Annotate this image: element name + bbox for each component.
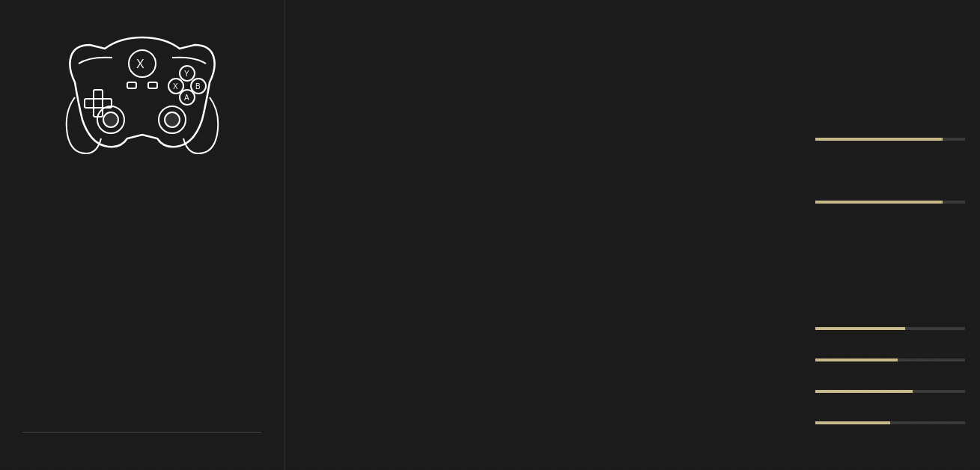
- section-label: Targeting: [596, 72, 669, 83]
- setting-row-third-person-controls[interactable]: Third Person Controls ❮ Alternate ❯: [287, 248, 977, 280]
- setting-row-aim-assist-foot[interactable]: Aim Assist Strength (On-Foot): [284, 123, 980, 155]
- svg-text:X: X: [173, 82, 178, 91]
- setting-label: Third Person Controls: [301, 258, 395, 270]
- bottom-action-restore-default[interactable]: RESTORE DEFAULT X: [648, 444, 764, 460]
- slider-bar[interactable]: [815, 327, 965, 330]
- slider-bar[interactable]: [815, 358, 965, 361]
- setting-row-aim-sensitivity[interactable]: Aim Sensitivity: [284, 344, 980, 376]
- right-arrow-icon[interactable]: ❯: [955, 258, 964, 271]
- setting-value: On: [953, 41, 965, 53]
- setting-row-invert-look[interactable]: Invert LookOff: [284, 0, 980, 31]
- setting-row-vibration[interactable]: VibrationOn: [284, 31, 980, 63]
- setting-label: Look Sensitivity: [299, 323, 370, 335]
- bottom-action-restore-all[interactable]: RESTORE ALL Y: [534, 444, 625, 460]
- setting-label: Vibration: [299, 41, 340, 53]
- action-label-restore-default: RESTORE DEFAULT: [648, 448, 743, 457]
- slider-bar[interactable]: [815, 138, 965, 141]
- setting-label: Aim Assist Strength (Mount/Vehicle): [299, 196, 457, 208]
- action-label-view-controls: VIEW CONTROLS: [787, 448, 872, 457]
- setting-row-lock-mount[interactable]: Lock-On Mode (Mount/Vehicle)Normal: [284, 155, 980, 186]
- svg-rect-17: [148, 82, 157, 88]
- divider-line: [22, 432, 261, 433]
- svg-text:A: A: [184, 94, 189, 102]
- setting-value: Normal: [935, 102, 965, 114]
- slider-fill: [815, 201, 943, 204]
- bottom-action-back[interactable]: BACK B: [916, 444, 965, 460]
- slider-fill: [815, 358, 898, 361]
- slider-fill: [815, 327, 905, 330]
- setting-label: Lock-On Mode (Mount/Vehicle): [299, 165, 437, 177]
- slider-fill: [815, 390, 913, 393]
- svg-rect-0: [94, 90, 103, 117]
- setting-label: Lock-On Mode (On-Foot): [299, 102, 410, 114]
- svg-text:X: X: [136, 58, 144, 70]
- setting-label: Aim/Look Dead Zone: [299, 417, 392, 429]
- setting-label: Aim/Look Acceleration: [299, 385, 400, 397]
- settings-list[interactable]: Invert LookOffVibrationOnTargetingLock-O…: [284, 0, 980, 433]
- setting-row-look-sensitivity[interactable]: Look Sensitivity: [284, 313, 980, 344]
- controller-illustration: X Y B A X: [30, 22, 255, 172]
- bottom-bar: RESTORE ALL Y RESTORE DEFAULT X VIEW CON…: [284, 433, 980, 470]
- section-header-section-third: Third Person: [284, 218, 980, 247]
- setting-label: Horse Control (Third Person): [299, 291, 424, 303]
- setting-label: Aim Assist Strength (On-Foot): [299, 133, 430, 145]
- button-restore-default[interactable]: X: [748, 444, 764, 460]
- setting-row-aim-look-dead[interactable]: Aim/Look Dead Zone: [284, 407, 980, 433]
- svg-point-3: [103, 112, 118, 127]
- right-panel: Invert LookOffVibrationOnTargetingLock-O…: [284, 0, 980, 470]
- setting-value: Normal: [935, 165, 965, 177]
- arrow-value-text: Alternate: [913, 258, 949, 270]
- section-header-section-targeting: Targeting: [284, 63, 980, 92]
- action-label-back: BACK: [916, 448, 944, 457]
- svg-rect-16: [127, 82, 136, 88]
- left-panel: X Y B A X: [0, 0, 284, 470]
- setting-label: Aim Sensitivity: [299, 354, 366, 366]
- button-view-controls[interactable]: A: [877, 444, 893, 460]
- button-restore-all[interactable]: Y: [609, 444, 625, 460]
- setting-row-horse-control[interactable]: Horse Control (Third Person)Camera Relat…: [284, 281, 980, 313]
- setting-row-aim-assist-mount[interactable]: Aim Assist Strength (Mount/Vehicle): [284, 186, 980, 218]
- slider-fill: [815, 138, 943, 141]
- svg-text:Y: Y: [184, 70, 189, 78]
- button-back[interactable]: B: [949, 444, 965, 460]
- slider-bar[interactable]: [815, 421, 965, 424]
- setting-value: Camera Relative: [900, 291, 965, 303]
- slider-fill: [815, 421, 890, 424]
- section-label: Third Person: [586, 227, 678, 238]
- slider-bar[interactable]: [815, 390, 965, 393]
- left-arrow-icon[interactable]: ❮: [898, 258, 907, 271]
- slider-bar[interactable]: [815, 201, 965, 204]
- arrow-value-container[interactable]: ❮ Alternate ❯: [898, 258, 964, 271]
- setting-row-lock-on-foot[interactable]: Lock-On Mode (On-Foot)Normal: [284, 92, 980, 123]
- bottom-action-view-controls[interactable]: VIEW CONTROLS A: [787, 444, 893, 460]
- action-label-restore-all: RESTORE ALL: [534, 448, 604, 457]
- setting-label: Invert Look: [299, 10, 350, 22]
- setting-row-aim-look-accel[interactable]: Aim/Look Acceleration: [284, 376, 980, 407]
- svg-text:B: B: [195, 82, 201, 91]
- svg-point-5: [165, 112, 180, 127]
- setting-value: Off: [952, 10, 965, 22]
